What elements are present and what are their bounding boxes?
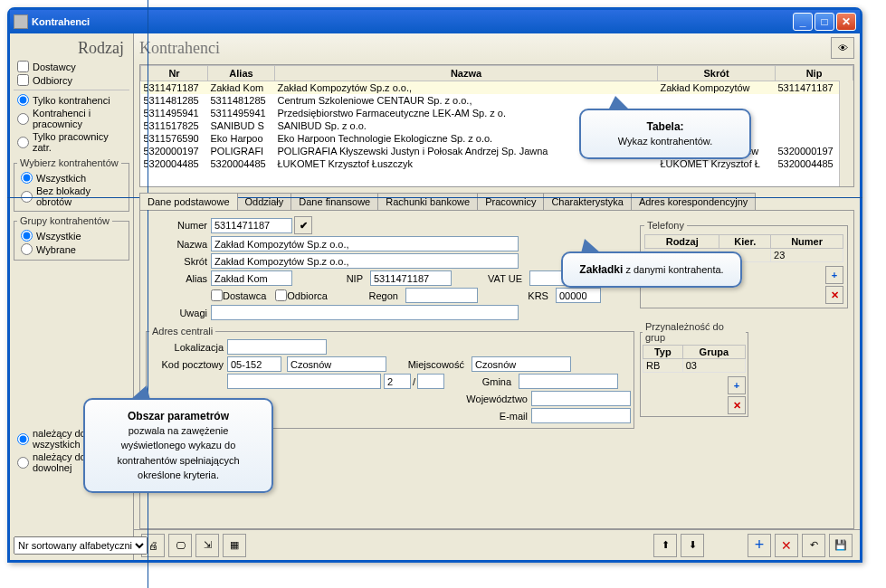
grid-button[interactable]: ▦ — [223, 534, 246, 557]
tab-dane-finansowe[interactable]: Dane finansowe — [291, 193, 378, 210]
radio-tylko-pracownicy[interactable] — [17, 137, 29, 148]
close-button[interactable]: ✕ — [836, 13, 856, 31]
input-gmina[interactable] — [519, 374, 618, 389]
tel-add-button[interactable]: + — [825, 266, 843, 284]
save-button[interactable]: 💾 — [829, 534, 853, 557]
list-heading: Kontrahenci — [139, 39, 220, 58]
input-alias[interactable] — [211, 270, 292, 286]
input-numer[interactable] — [211, 218, 292, 233]
radio-grupy-wybrane[interactable] — [21, 243, 33, 255]
label-odbiorcy: Odbiorcy — [33, 75, 72, 86]
col-nr[interactable]: Nr — [141, 66, 208, 81]
input-nazwa[interactable] — [211, 236, 519, 251]
up-button[interactable]: ⬆ — [653, 534, 677, 557]
table-row[interactable]: 5311471187Zakład KomZakład Kompozytów Sp… — [141, 81, 853, 95]
radio-wszystkich[interactable] — [21, 172, 33, 184]
validate-button[interactable]: ✔ — [294, 216, 312, 234]
sort-select[interactable]: Nr sortowany alfabetycznie — [14, 536, 148, 555]
arrow-up-icon: ⬆ — [662, 539, 670, 551]
input-kod[interactable] — [227, 356, 281, 372]
input-miejscowosc[interactable] — [472, 356, 571, 372]
grid-header-row: Nr Alias Nazwa Skrót Nip — [141, 66, 853, 81]
app-icon — [14, 14, 28, 29]
input-lokalizacja[interactable] — [227, 339, 327, 355]
grp-col-grupa: Grupa — [682, 346, 745, 359]
callout-parametry: Obszar parametrów pozwala na zawężenie w… — [83, 398, 273, 493]
input-woj[interactable] — [531, 391, 631, 406]
grp-add-button[interactable]: + — [728, 376, 746, 394]
tab-dane-podstawowe[interactable]: Dane podstawowe — [139, 193, 238, 210]
fieldset-wybierz-legend: Wybierz kontrahentów — [17, 157, 121, 168]
export-button[interactable]: ⇲ — [195, 534, 219, 557]
binoculars-icon: 👁 — [838, 43, 848, 53]
telefony-legend: Telefony — [644, 220, 687, 231]
col-nip[interactable]: Nip — [776, 66, 853, 81]
export-icon: ⇲ — [204, 539, 212, 551]
undo-icon: ↶ — [810, 539, 818, 551]
table-row[interactable]: 53114812855311481285Centrum Szkoleniowe … — [141, 94, 853, 107]
label-grupy-wszystkie: Wszystkie — [36, 231, 81, 242]
radio-tylko-kontrahenci[interactable] — [17, 94, 29, 106]
label-krs: KRS — [487, 290, 552, 301]
maximize-button[interactable]: □ — [815, 13, 834, 31]
radio-kontrahenci-pracownicy[interactable] — [17, 113, 29, 125]
fieldset-grupy-legend: Grupy kontrahentów — [17, 215, 112, 226]
radio-nalezacy-dowolnej[interactable] — [17, 457, 29, 469]
label-gmina: Gmina — [453, 376, 515, 387]
input-ulica[interactable] — [227, 374, 381, 389]
radio-grupy-wszystkie[interactable] — [21, 230, 33, 242]
tel-del-button[interactable]: ✕ — [825, 286, 843, 304]
col-nazwa[interactable]: Nazwa — [275, 66, 658, 81]
label-grupy-wybrane: Wybrane — [36, 244, 76, 255]
tab-rachunki[interactable]: Rachunki bankowe — [377, 193, 478, 210]
input-regon[interactable] — [405, 288, 478, 303]
checkbox-odbiorcy[interactable] — [17, 74, 29, 86]
arrow-down-icon: ⬇ — [689, 539, 697, 551]
radio-nalezacy-wszystkich[interactable] — [17, 433, 29, 445]
label-vatue: VAT UE — [461, 273, 526, 284]
input-lokal[interactable] — [417, 374, 444, 389]
minimize-button[interactable]: _ — [793, 13, 813, 31]
grp-del-button[interactable]: ✕ — [728, 396, 746, 414]
down-button[interactable]: ⬇ — [681, 534, 704, 557]
grid-scrollbar[interactable] — [839, 81, 853, 186]
grp-grupa: 03 — [682, 359, 745, 373]
input-poczta[interactable] — [287, 356, 386, 372]
input-dom[interactable] — [384, 374, 411, 389]
checkbox-dostawcy[interactable] — [17, 61, 29, 72]
find-button[interactable]: 👁 — [831, 37, 854, 59]
tab-adres-koresp[interactable]: Adres korespondencyjny — [631, 193, 756, 210]
label-uwagi: Uwagi — [146, 308, 211, 318]
table-row[interactable]: 53200044855320004485ŁUKOMET Krzysztof Łu… — [141, 157, 853, 170]
sidebar-heading: Rodzaj — [14, 37, 129, 60]
radio-bez-blokady[interactable] — [21, 191, 33, 203]
input-nip[interactable] — [370, 270, 452, 286]
bottom-toolbar: 🖨 🖵 ⇲ ▦ ⬆ ⬇ + ✕ ↶ 💾 — [134, 529, 860, 560]
col-skrot[interactable]: Skrót — [658, 66, 776, 81]
diskette-icon: 💾 — [834, 539, 847, 551]
input-uwagi[interactable] — [211, 305, 519, 320]
callout-zakladki: Zakładki z danymi kontrahenta. — [561, 251, 742, 288]
screen-button[interactable]: 🖵 — [168, 534, 192, 557]
delete-button[interactable]: ✕ — [775, 534, 798, 557]
label-numer: Numer — [146, 220, 211, 231]
input-krs[interactable] — [556, 288, 601, 303]
col-alias[interactable]: Alias — [208, 66, 275, 81]
grupy-box: Przynależność do grup TypGrupa RB03 + ✕ — [640, 321, 748, 417]
slash-label: / — [413, 376, 415, 387]
add-button[interactable]: + — [748, 534, 771, 557]
input-skrot[interactable] — [211, 253, 519, 269]
checkbox-dostawca[interactable] — [211, 289, 223, 301]
tab-charakterystyka[interactable]: Charakterystyka — [543, 193, 631, 210]
tab-pracownicy[interactable]: Pracownicy — [477, 193, 544, 210]
grp-row[interactable]: RB03 — [643, 359, 746, 373]
undo-button[interactable]: ↶ — [802, 534, 825, 557]
grp-col-typ: Typ — [643, 346, 683, 359]
label-regon: Regon — [337, 290, 402, 301]
label-dostawcy: Dostawcy — [33, 62, 76, 72]
tel-col-kier: Kier. — [719, 235, 771, 249]
label-wszystkich: Wszystkich — [36, 173, 86, 184]
input-email[interactable] — [531, 408, 631, 423]
tab-oddzialy[interactable]: Oddziały — [237, 193, 292, 210]
checkbox-odbiorca[interactable] — [275, 289, 287, 301]
